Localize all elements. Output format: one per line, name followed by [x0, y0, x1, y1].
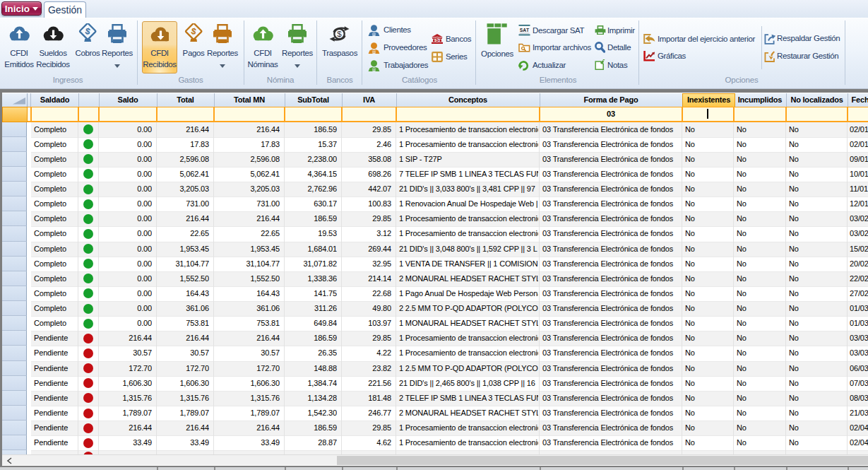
svg-text:$: $ — [190, 26, 197, 37]
svg-text:$: $ — [337, 30, 342, 38]
svg-text:$: $ — [84, 26, 91, 37]
svg-text:SAT: SAT — [520, 28, 530, 33]
svg-text:$: $ — [435, 35, 439, 43]
